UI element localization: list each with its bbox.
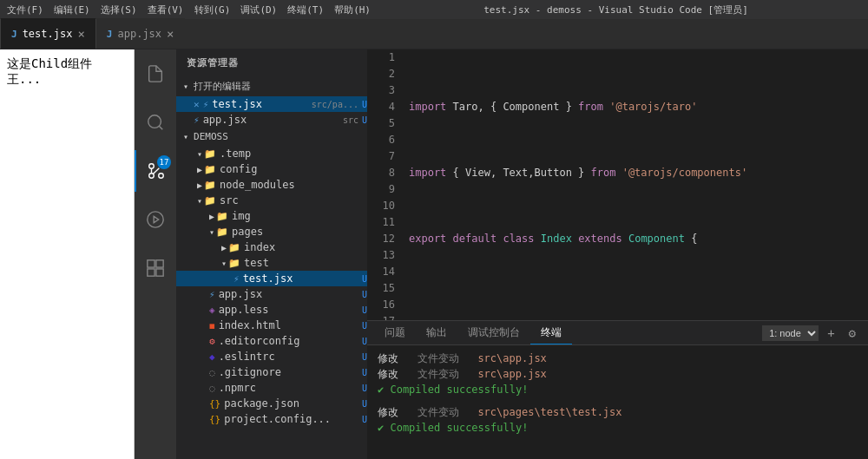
- tree-project-config[interactable]: {} project.config... U: [176, 411, 367, 427]
- tree-test-jsx[interactable]: ⚡ test.jsx U: [176, 271, 367, 286]
- temp-chevron: ▾: [197, 149, 202, 159]
- tab-app-jsx-close[interactable]: ×: [167, 28, 174, 40]
- menu-help[interactable]: 帮助(H): [334, 3, 371, 16]
- tab-output[interactable]: 输出: [416, 322, 457, 344]
- tab-debug-console[interactable]: 调试控制台: [457, 322, 530, 344]
- open-file-app-jsx-path: src: [343, 115, 358, 125]
- tree-index[interactable]: ▶ 📁 index: [176, 239, 367, 255]
- tab-test-jsx[interactable]: J test.jsx ×: [0, 18, 96, 49]
- editor-content: 1 2 3 4 5 6 7 8 9 10 11 12 13 14 15 16 1…: [367, 49, 868, 320]
- tab-app-jsx[interactable]: J app.jsx ×: [96, 18, 185, 49]
- editor-area: 1 2 3 4 5 6 7 8 9 10 11 12 13 14 15 16 1…: [367, 49, 868, 459]
- activity-source-control[interactable]: 17: [135, 150, 176, 192]
- tree-app-less[interactable]: ◈ app.less U: [176, 302, 367, 318]
- tree-src[interactable]: ▾ 📁 src: [176, 193, 367, 208]
- tree-pages[interactable]: ▾ 📁 pages: [176, 224, 367, 239]
- sidebar: 资源管理器 ▾ 打开的编辑器 ✕ ⚡ test.jsx src/pa... U …: [176, 49, 367, 459]
- term-blank: [378, 397, 858, 404]
- kw-import-2: import: [409, 165, 446, 181]
- menu-edit[interactable]: 编辑(E): [54, 3, 90, 16]
- tree-index-name: index: [244, 241, 367, 253]
- ln2: 2: [371, 66, 395, 82]
- ln4: 4: [371, 99, 395, 115]
- ln14: 14: [371, 264, 395, 280]
- ln13: 13: [371, 247, 395, 264]
- tab-test-jsx-close[interactable]: ×: [77, 28, 84, 40]
- tree-eslintrc[interactable]: ◆ .eslintrc U: [176, 349, 367, 364]
- tree-gitignore-name: .gitignore: [219, 366, 358, 378]
- term-path-2: src\app.jsx: [477, 368, 546, 380]
- title-bar: 文件(F) 编辑(E) 选择(S) 查看(V) 转到(G) 调试(D) 终端(T…: [0, 0, 868, 19]
- ln8: 8: [371, 165, 395, 181]
- app-jsx-tree-icon: ⚡: [209, 289, 215, 300]
- tree-gitignore[interactable]: ◌ .gitignore U: [176, 364, 367, 380]
- tree-test[interactable]: ▾ 📁 test: [176, 255, 367, 271]
- activity-files[interactable]: [135, 53, 176, 95]
- term-success-1: ✔ Compiled successfully!: [378, 382, 858, 397]
- activity-search[interactable]: [135, 102, 176, 143]
- tree-app-jsx[interactable]: ⚡ app.jsx U: [176, 286, 367, 302]
- str-taro: '@tarojs/taro': [609, 99, 697, 115]
- term-line-3: 修改 文件变动 src\pages\test\test.jsx: [378, 404, 858, 420]
- term-label-1: 修改: [378, 352, 411, 364]
- src-folder-icon: 📁: [204, 195, 216, 207]
- activity-bar: 17: [135, 49, 176, 459]
- term-path-1: src\app.jsx: [477, 352, 546, 364]
- preview-panel: 这是Child组件 王...: [0, 49, 135, 459]
- pages-chevron: ▾: [209, 227, 214, 237]
- menu-debug[interactable]: 调试(D): [240, 3, 277, 16]
- open-file-app-jsx[interactable]: ⚡ app.jsx src U: [176, 112, 367, 128]
- code-editor[interactable]: import Taro, { Component } from '@tarojs…: [402, 49, 868, 320]
- menu-bar[interactable]: 文件(F) 编辑(E) 选择(S) 查看(V) 转到(G) 调试(D) 终端(T…: [7, 3, 371, 16]
- tab-test-jsx-label: test.jsx: [23, 28, 73, 40]
- code-line-4: [409, 297, 868, 313]
- open-editors-header[interactable]: ▾ 打开的编辑器: [176, 76, 367, 96]
- test-jsx-icon: ✕: [194, 99, 200, 110]
- open-file-app-jsx-name: app.jsx: [203, 114, 339, 126]
- terminal-controls: 1: node + ⚙: [762, 325, 861, 342]
- index-folder-icon: 📁: [228, 242, 240, 253]
- menu-view[interactable]: 查看(V): [148, 3, 184, 16]
- project-section-header[interactable]: ▾ DEMOSS: [176, 128, 367, 146]
- ln17: 17: [371, 313, 395, 320]
- sidebar-title: 资源管理器: [176, 49, 367, 76]
- tree-npmrc[interactable]: ◌ .npmrc U: [176, 380, 367, 396]
- ln9: 9: [371, 181, 395, 198]
- svg-point-5: [148, 212, 163, 227]
- open-file-test-jsx[interactable]: ✕ ⚡ test.jsx src/pa... U: [176, 96, 367, 112]
- tree-config[interactable]: ▶ 📁 config: [176, 161, 367, 177]
- menu-goto[interactable]: 转到(G): [194, 3, 231, 16]
- ln15: 15: [371, 280, 395, 297]
- kw-export: export: [409, 231, 446, 247]
- term-line-1: 修改 文件变动 src\app.jsx: [378, 351, 858, 366]
- npmrc-icon: ◌: [209, 383, 215, 394]
- activity-extensions[interactable]: [135, 247, 176, 289]
- package-json-icon: {}: [209, 398, 220, 410]
- tab-problems[interactable]: 问题: [374, 322, 416, 344]
- tab-terminal[interactable]: 终端: [530, 322, 572, 344]
- kw-from-2: from: [591, 165, 616, 181]
- terminal-add-btn[interactable]: +: [822, 325, 839, 342]
- terminal-node-select[interactable]: 1: node: [762, 325, 819, 341]
- tab-app-jsx-label: app.jsx: [117, 28, 161, 40]
- tree-editorconfig[interactable]: ⚙ .editorconfig U: [176, 333, 367, 349]
- tree-img[interactable]: ▶ 📁 img: [176, 208, 367, 224]
- editorconfig-icon: ⚙: [209, 336, 215, 347]
- tree-package-json[interactable]: {} package.json U: [176, 396, 367, 411]
- node-modules-folder-icon: 📁: [204, 180, 216, 191]
- img-chevron: ▶: [209, 212, 214, 221]
- menu-file[interactable]: 文件(F): [7, 3, 43, 16]
- code-line-1: import Taro, { Component } from '@tarojs…: [409, 99, 868, 115]
- project-config-icon: {}: [209, 414, 220, 425]
- tree-temp[interactable]: ▾ 📁 .temp: [176, 146, 367, 161]
- kw-extends: extends: [578, 231, 622, 247]
- tree-img-name: img: [232, 210, 367, 222]
- tree-index-html[interactable]: ◼ index.html U: [176, 318, 367, 333]
- menu-terminal[interactable]: 终端(T): [287, 3, 324, 16]
- activity-debug[interactable]: [135, 199, 176, 240]
- ln6: 6: [371, 132, 395, 148]
- tree-node-modules[interactable]: ▶ 📁 node_modules: [176, 177, 367, 193]
- menu-select[interactable]: 选择(S): [101, 3, 137, 16]
- terminal-settings-btn[interactable]: ⚙: [844, 325, 861, 342]
- tree-editorconfig-name: .editorconfig: [219, 335, 358, 347]
